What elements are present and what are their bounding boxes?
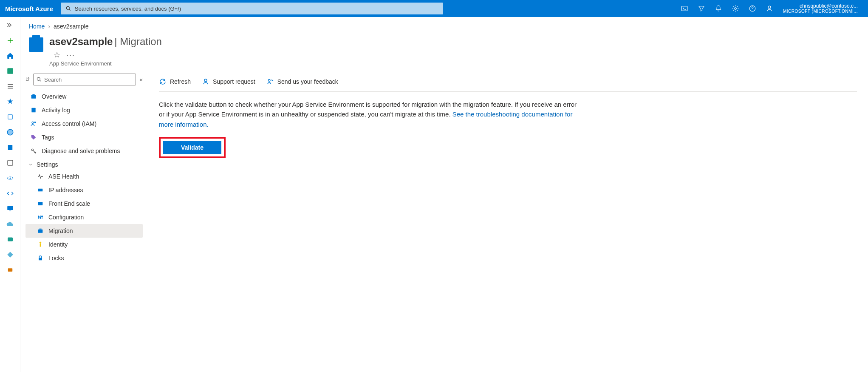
svg-point-8 <box>7 129 13 135</box>
rail-all-services-icon[interactable] <box>6 82 15 91</box>
global-search[interactable] <box>61 3 443 14</box>
refresh-icon <box>159 78 167 85</box>
rail-expand-icon[interactable] <box>6 20 15 30</box>
nav-reorder-icon[interactable]: ⇵ <box>25 77 30 82</box>
svg-point-17 <box>37 77 40 80</box>
search-icon <box>36 77 42 82</box>
rail-diamond-icon[interactable] <box>6 250 15 259</box>
nav-activity-log[interactable]: Activity log <box>25 103 143 117</box>
nav-diagnose[interactable]: Diagnose and solve problems <box>25 144 143 158</box>
svg-rect-2 <box>681 6 687 11</box>
nav-locks[interactable]: Locks <box>25 251 143 265</box>
svg-point-5 <box>768 6 771 9</box>
health-icon <box>37 173 44 180</box>
breadcrumb: Home › asev2sample <box>20 17 868 31</box>
rail-favorites-icon[interactable] <box>6 97 15 106</box>
rail-server-icon[interactable] <box>6 143 15 152</box>
support-icon <box>202 78 209 85</box>
svg-rect-32 <box>40 244 41 247</box>
svg-point-35 <box>268 80 270 82</box>
svg-rect-21 <box>31 108 35 113</box>
nav-ase-health[interactable]: ASE Health <box>25 170 143 183</box>
button-row: Validate <box>159 137 857 158</box>
filter-icon[interactable] <box>693 0 710 17</box>
blade-body: ⇵ « Overview Activity log <box>20 69 868 372</box>
svg-rect-31 <box>39 229 41 230</box>
nav-migration[interactable]: Migration <box>25 224 143 238</box>
global-search-input[interactable] <box>75 6 438 12</box>
rail-dashboard-icon[interactable] <box>6 66 15 76</box>
rail-app-icon[interactable] <box>6 158 15 168</box>
svg-point-22 <box>32 122 34 123</box>
more-icon[interactable]: ··· <box>66 51 75 60</box>
support-button[interactable]: Support request <box>202 78 255 85</box>
nav-search-input[interactable] <box>44 77 133 83</box>
svg-rect-14 <box>9 211 11 212</box>
svg-rect-30 <box>38 230 43 233</box>
svg-point-11 <box>9 178 11 179</box>
cloud-shell-icon[interactable] <box>676 0 693 17</box>
feedback-button[interactable]: Send us your feedback <box>266 78 338 85</box>
frontend-icon <box>37 200 44 207</box>
nav-tags[interactable]: Tags <box>25 131 143 144</box>
svg-point-0 <box>66 6 69 9</box>
migration-icon <box>37 227 44 235</box>
svg-rect-9 <box>8 145 12 150</box>
svg-rect-26 <box>38 202 43 205</box>
account-box[interactable]: chrisqpublic@contoso.c... MICROSOFT (MIC… <box>778 3 863 14</box>
svg-point-34 <box>204 79 207 82</box>
toolbar: Refresh Support request Send us your fee… <box>159 73 857 92</box>
rail-badge-icon[interactable] <box>6 265 15 275</box>
main: Home › asev2sample asev2sample | Migrati… <box>0 17 868 372</box>
rail-create-icon[interactable] <box>6 36 15 45</box>
rail-code-icon[interactable] <box>6 189 15 198</box>
notifications-icon[interactable] <box>710 0 727 17</box>
page-title-resource: asev2sample <box>49 36 113 47</box>
settings-icon[interactable] <box>727 0 744 17</box>
page-title-page: | Migration <box>114 36 162 47</box>
svg-rect-13 <box>7 206 13 210</box>
svg-point-28 <box>40 217 41 219</box>
help-icon[interactable] <box>744 0 761 17</box>
content-area: Home › asev2sample asev2sample | Migrati… <box>20 17 868 372</box>
resource-kind: App Service Environment <box>49 60 162 67</box>
rail-db-icon[interactable] <box>6 235 15 244</box>
nav-section-settings[interactable]: Settings <box>25 158 143 170</box>
diagnose-icon <box>30 147 37 155</box>
svg-rect-19 <box>31 95 36 99</box>
feedback-icon[interactable] <box>761 0 778 17</box>
rail-cloud-icon[interactable] <box>6 219 15 229</box>
nav-identity[interactable]: Identity <box>25 238 143 251</box>
chevron-down-icon <box>28 162 33 167</box>
rail-home-icon[interactable] <box>6 51 15 60</box>
svg-point-27 <box>38 216 40 217</box>
breadcrumb-home[interactable]: Home <box>29 23 45 30</box>
rail-atom-icon[interactable] <box>6 173 15 183</box>
nav-overview[interactable]: Overview <box>25 90 143 103</box>
nav-configuration[interactable]: Configuration <box>25 210 143 224</box>
breadcrumb-resource[interactable]: asev2sample <box>54 23 89 30</box>
breadcrumb-separator: › <box>48 23 50 30</box>
svg-rect-15 <box>8 238 13 241</box>
content-column: Refresh Support request Send us your fee… <box>148 69 868 372</box>
svg-rect-7 <box>8 115 12 119</box>
nav-frontend-scale[interactable]: Front End scale <box>25 197 143 210</box>
validate-button[interactable]: Validate <box>163 141 221 154</box>
topbar-right: chrisqpublic@contoso.c... MICROSOFT (MIC… <box>676 0 863 17</box>
configuration-icon <box>37 213 44 221</box>
nav-collapse-icon[interactable]: « <box>139 76 143 83</box>
nav-access-control[interactable]: Access control (IAM) <box>25 117 143 131</box>
identity-icon <box>37 241 44 248</box>
rail-monitor-icon[interactable] <box>6 204 15 213</box>
nav-search[interactable] <box>33 74 136 85</box>
locks-icon <box>37 254 44 262</box>
rail-resource-icon[interactable] <box>6 112 15 122</box>
svg-rect-25 <box>38 189 43 192</box>
favorite-icon[interactable]: ☆ <box>54 50 60 60</box>
highlight-box: Validate <box>159 137 226 158</box>
svg-point-3 <box>735 8 737 10</box>
rail-globe-icon[interactable] <box>6 128 15 137</box>
tags-icon <box>30 133 37 141</box>
nav-ip-addresses[interactable]: IP addresses <box>25 183 143 197</box>
refresh-button[interactable]: Refresh <box>159 78 191 85</box>
